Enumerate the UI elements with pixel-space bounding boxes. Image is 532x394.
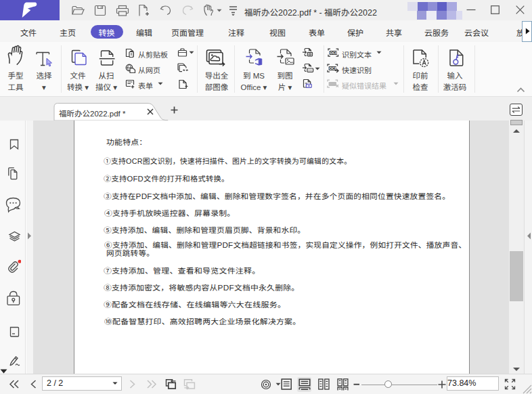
svg-text:OCR: OCR <box>329 66 337 70</box>
svg-text:OCR: OCR <box>330 51 338 55</box>
